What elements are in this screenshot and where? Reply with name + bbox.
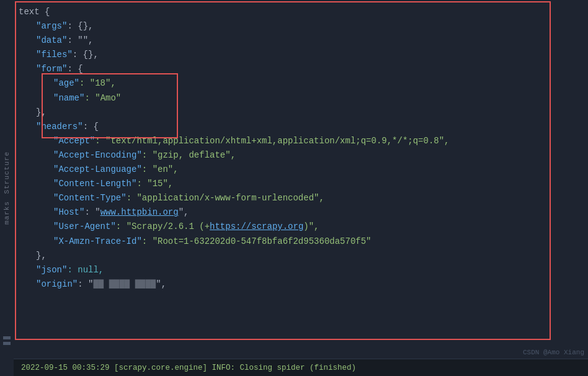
code-line: "Accept-Language": "en", [19, 163, 581, 177]
code-token: : "18", [79, 78, 116, 88]
code-line: "headers": { [19, 120, 581, 134]
code-token: : "Root=1-632202d0-547f8bfa6f2d95360da57… [142, 236, 372, 246]
icon-block-1 [3, 336, 11, 339]
structure-label: Structure [3, 151, 11, 194]
code-token: : "Amo" [84, 93, 121, 103]
code-line: "args": {}, [19, 19, 581, 34]
code-token: : " [84, 207, 100, 217]
code-token: : null, [67, 265, 104, 275]
icon-block-2 [3, 342, 11, 345]
code-token: "Accept" [53, 136, 95, 146]
code-token: "Content-Type" [53, 193, 127, 203]
code-token: : {}, [67, 21, 93, 31]
code-token: ██ ████ ████ [93, 279, 156, 289]
code-token: : "Scrapy/2.6.1 (+ [116, 222, 210, 231]
code-line: "age": "18", [19, 76, 581, 91]
code-token: "headers" [36, 122, 83, 132]
code-token: "form" [36, 64, 67, 74]
code-line: "form": { [19, 62, 581, 76]
side-labels: Structure marks [0, 0, 14, 376]
code-token: : "15", [136, 179, 173, 189]
code-token: : " [78, 279, 93, 289]
code-token: "json" [36, 265, 67, 275]
code-line: "X-Amzn-Trace-Id": "Root=1-632202d0-547f… [19, 235, 581, 249]
side-icons [3, 336, 11, 345]
watermark: CSDN @Amo Xiang [523, 349, 584, 356]
code-line: "Content-Length": "15", [19, 177, 581, 191]
code-line: "Content-Type": "application/x-www-form-… [19, 191, 581, 205]
code-block: text {"args": {},"data": "","files": {},… [19, 5, 581, 292]
code-token: )", [303, 222, 319, 231]
status-text: 2022-09-15 00:35:29 [scrapy.core.engine]… [21, 364, 356, 372]
code-token: ", [156, 279, 166, 289]
code-token: www.httpbin.org [100, 207, 179, 217]
code-line: "json": null, [19, 263, 581, 277]
marks-label: marks [3, 201, 11, 225]
main-container: Structure marks text {"args": {},"data":… [0, 0, 588, 376]
code-line: "data": "", [19, 34, 581, 48]
code-line: "origin": "██ ████ ████", [19, 277, 581, 292]
code-line: "name": "Amo" [19, 91, 581, 105]
content-area: text {"args": {},"data": "","files": {},… [14, 0, 588, 376]
code-token: : {}, [73, 50, 99, 60]
code-token: : "en", [142, 164, 179, 174]
code-line: "Accept": "text/html,application/xhtml+x… [19, 134, 581, 148]
code-token: "Content-Length" [53, 179, 136, 189]
code-line: "Host": "www.httpbin.org", [19, 205, 581, 220]
code-token: : { [67, 64, 82, 74]
code-token: : "text/html,application/xhtml+xml,appli… [95, 136, 449, 146]
code-token: "data" [36, 35, 67, 45]
status-bar: 2022-09-15 00:35:29 [scrapy.core.engine]… [14, 359, 588, 376]
code-token: : "" [67, 35, 88, 45]
code-token: : "application/x-www-form-urlencoded", [127, 193, 324, 203]
code-section: text {"args": {},"data": "","files": {},… [14, 0, 588, 359]
code-token: "name" [53, 93, 84, 103]
code-token: , [88, 35, 93, 45]
code-token: "Accept-Language" [53, 164, 142, 174]
code-token: }, [36, 251, 47, 261]
code-token: "args" [36, 21, 67, 31]
code-token: "Host" [53, 207, 84, 217]
code-token: https://scrapy.org [210, 222, 303, 231]
code-line: "Accept-Encoding": "gzip, deflate", [19, 148, 581, 163]
code-token: "User-Agent" [53, 222, 116, 231]
code-token: ", [179, 207, 189, 217]
code-token: "age" [53, 78, 79, 88]
code-token: "files" [36, 50, 73, 60]
code-line: text { [19, 5, 581, 19]
code-line: }, [19, 105, 581, 120]
code-line: }, [19, 249, 581, 263]
code-token: : "gzip, deflate", [142, 150, 236, 160]
code-token: text { [19, 7, 50, 17]
code-token: "Accept-Encoding" [53, 150, 142, 160]
code-line: "files": {}, [19, 48, 581, 62]
code-token: "origin" [36, 279, 78, 289]
code-line: "User-Agent": "Scrapy/2.6.1 (+https://sc… [19, 220, 581, 234]
code-token: }, [36, 107, 47, 117]
code-token: "X-Amzn-Trace-Id" [53, 236, 142, 246]
code-token: : { [83, 122, 99, 132]
